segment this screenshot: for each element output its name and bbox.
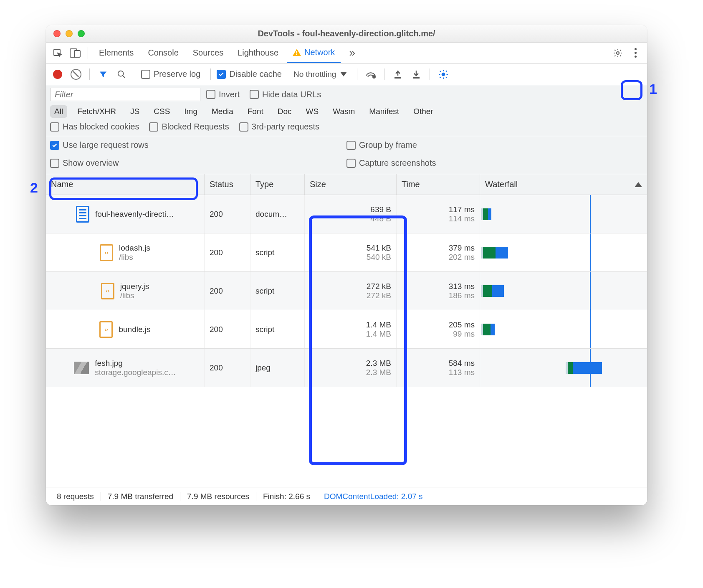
chevron-down-icon (340, 72, 347, 76)
svg-rect-2 (74, 51, 80, 57)
document-icon (76, 206, 89, 223)
clear-button[interactable] (68, 67, 83, 82)
filter-type-manifest[interactable]: Manifest (365, 105, 403, 118)
image-thumb-icon (74, 362, 89, 374)
col-status[interactable]: Status (205, 174, 250, 195)
requests-table: Name Status Type Size Time Waterfall fou… (46, 174, 647, 487)
col-size[interactable]: Size (305, 174, 397, 195)
status-transferred: 7.9 MB transferred (101, 492, 180, 501)
filter-type-js[interactable]: JS (126, 105, 144, 118)
col-type[interactable]: Type (250, 174, 305, 195)
network-toolbar: Preserve log Disable cache No throttling (46, 63, 647, 85)
close-window-button[interactable] (53, 30, 61, 37)
script-icon: ‹› (99, 321, 113, 338)
status-resources: 7.9 MB resources (180, 492, 256, 501)
annotation-1-label: 1 (649, 81, 657, 97)
filter-type-all[interactable]: All (50, 105, 67, 118)
filter-type-media[interactable]: Media (207, 105, 238, 118)
group-by-frame-checkbox[interactable]: Group by frame (346, 140, 639, 150)
table-header: Name Status Type Size Time Waterfall (46, 174, 647, 195)
network-settings-icon[interactable] (436, 67, 451, 82)
script-icon: ‹› (100, 244, 113, 261)
filter-type-doc[interactable]: Doc (273, 105, 296, 118)
table-row[interactable]: ‹›lodash.js/libs200script541 kB540 kB379… (46, 233, 647, 272)
table-row[interactable]: ‹›bundle.js200script1.4 MB1.4 MB205 ms99… (46, 310, 647, 349)
blocked-requests-checkbox[interactable]: Blocked Requests (149, 122, 229, 132)
table-row[interactable]: ‹›jquery.js/libs200script272 kB272 kB313… (46, 272, 647, 310)
filter-type-font[interactable]: Font (243, 105, 268, 118)
disable-cache-checkbox[interactable]: Disable cache (217, 69, 282, 79)
filter-type-css[interactable]: CSS (149, 105, 174, 118)
network-conditions-icon[interactable] (363, 67, 378, 82)
filter-type-img[interactable]: Img (180, 105, 202, 118)
device-toolbar-icon[interactable] (68, 46, 83, 61)
svg-point-3 (617, 52, 619, 54)
invert-checkbox[interactable]: Invert (206, 90, 240, 99)
preserve-log-checkbox[interactable]: Preserve log (141, 69, 200, 79)
network-settings-area: Use large request rows Group by frame Sh… (46, 136, 647, 174)
third-party-requests-checkbox[interactable]: 3rd-party requests (239, 122, 319, 132)
svg-rect-7 (413, 77, 420, 79)
svg-rect-6 (394, 77, 401, 79)
more-tabs-button[interactable]: » (343, 43, 361, 63)
search-icon[interactable] (114, 67, 129, 82)
settings-icon[interactable] (610, 46, 625, 61)
svg-point-5 (373, 76, 375, 78)
table-row[interactable]: foul-heavenly-directi…200docum…639 B448 … (46, 195, 647, 233)
panel-tabs: ElementsConsoleSourcesLighthouseNetwork … (46, 43, 647, 63)
col-waterfall[interactable]: Waterfall (480, 174, 647, 195)
kebab-menu-icon[interactable] (628, 46, 643, 61)
capture-screenshots-checkbox[interactable]: Capture screenshots (346, 158, 639, 168)
zoom-window-button[interactable] (78, 30, 85, 37)
tab-sources[interactable]: Sources (187, 43, 229, 63)
script-icon: ‹› (101, 283, 114, 299)
status-bar: 8 requests 7.9 MB transferred 7.9 MB res… (46, 487, 647, 505)
titlebar: DevTools - foul-heavenly-direction.glitc… (46, 25, 647, 43)
window-controls (53, 30, 85, 37)
has-blocked-cookies-checkbox[interactable]: Has blocked cookies (50, 122, 139, 132)
hide-data-urls-checkbox[interactable]: Hide data URLs (250, 90, 321, 99)
minimize-window-button[interactable] (66, 30, 73, 37)
filter-icon[interactable] (96, 67, 111, 82)
inspect-element-icon[interactable] (50, 46, 65, 61)
sort-asc-icon (635, 182, 642, 187)
status-finish: Finish: 2.66 s (256, 492, 317, 501)
throttling-select[interactable]: No throttling (289, 70, 351, 79)
show-overview-checkbox[interactable]: Show overview (50, 158, 342, 168)
tab-lighthouse[interactable]: Lighthouse (232, 43, 284, 63)
svg-point-4 (118, 71, 124, 76)
filter-type-other[interactable]: Other (409, 105, 437, 118)
use-large-request-rows-checkbox[interactable]: Use large request rows (50, 140, 342, 150)
devtools-window: DevTools - foul-heavenly-direction.glitc… (46, 25, 647, 505)
filter-bar: Invert Hide data URLs AllFetch/XHRJSCSSI… (46, 85, 647, 136)
warning-icon (293, 49, 301, 56)
col-time[interactable]: Time (397, 174, 480, 195)
status-dcl: DOMContentLoaded: 2.07 s (317, 492, 430, 501)
tab-elements[interactable]: Elements (93, 43, 139, 63)
filter-type-fetchxhr[interactable]: Fetch/XHR (73, 105, 120, 118)
svg-point-8 (442, 73, 445, 76)
filter-input[interactable] (50, 88, 200, 101)
tab-network[interactable]: Network (287, 43, 341, 63)
filter-type-ws[interactable]: WS (302, 105, 323, 118)
col-name[interactable]: Name (46, 174, 205, 195)
window-title: DevTools - foul-heavenly-direction.glitc… (46, 29, 647, 38)
export-har-icon[interactable] (409, 67, 424, 82)
status-requests: 8 requests (50, 492, 101, 501)
import-har-icon[interactable] (390, 67, 405, 82)
separator (88, 47, 88, 59)
filter-type-wasm[interactable]: Wasm (329, 105, 359, 118)
table-row[interactable]: fesh.jpgstorage.googleapis.c…200jpeg2.3 … (46, 349, 647, 387)
record-button[interactable] (50, 67, 65, 82)
resource-type-filters: AllFetch/XHRJSCSSImgMediaFontDocWSWasmMa… (50, 105, 643, 118)
tab-console[interactable]: Console (142, 43, 184, 63)
annotation-2-label: 2 (30, 180, 38, 196)
